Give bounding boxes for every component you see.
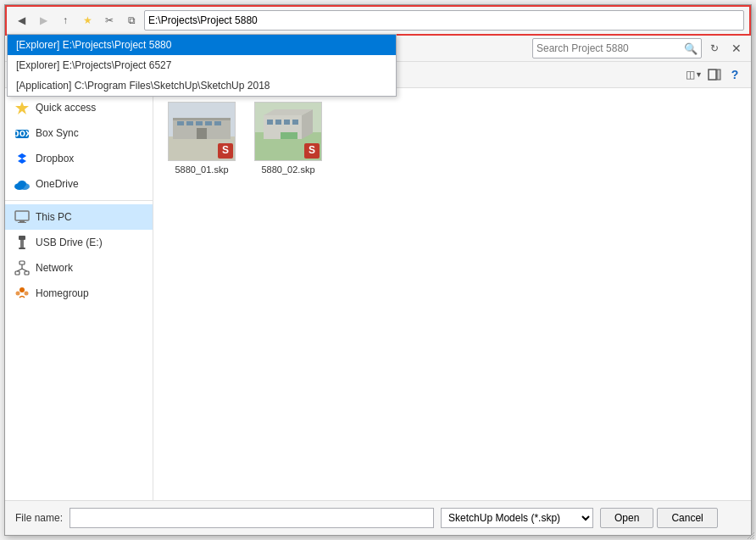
skp-badge-1: S [218,143,233,159]
svg-rect-10 [15,211,29,220]
svg-rect-31 [186,121,193,125]
file-label-2: 5880_02.skp [262,164,315,175]
close-button[interactable]: ✕ [727,39,746,58]
sidebar-item-quick-access[interactable]: Quick access [5,95,153,120]
address-bar: ◀ ▶ ↑ ★ ✂ ⧉ [Explorer] E:\Projects\Proje… [5,5,751,36]
search-input[interactable] [536,42,684,54]
sidebar-item-homegroup[interactable]: Homegroup [5,281,153,306]
preview-pane-button[interactable] [705,65,724,84]
star-icon: ★ [83,14,92,26]
svg-point-23 [16,292,20,296]
open-button[interactable]: Open [600,508,653,528]
back-icon: ◀ [18,14,25,26]
svg-marker-6 [18,153,26,159]
svg-rect-33 [205,121,212,125]
refresh-button[interactable]: ↻ [705,39,724,58]
copy-button[interactable]: ⧉ [122,11,141,30]
svg-rect-48 [281,132,297,139]
file-name-input[interactable] [69,508,434,528]
svg-rect-44 [267,120,273,125]
sidebar-item-dropbox[interactable]: Dropbox [5,146,153,171]
dropdown-item-3[interactable]: [Application] C:\Program Files\SketchUp\… [8,75,396,96]
cut-button[interactable]: ✂ [100,11,119,30]
svg-point-24 [25,292,29,296]
file-item-1[interactable]: S 5880_01.skp [164,98,240,178]
search-bar[interactable]: 🔍 [532,38,702,58]
thumbnails-icon: ◫ [686,69,695,81]
resize-handle[interactable] [746,530,754,538]
sidebar-label-this-pc: This PC [36,211,72,223]
forward-icon: ▶ [40,14,47,26]
svg-rect-12 [18,222,26,223]
sidebar-label-quick-access: Quick access [36,102,96,114]
sidebar-item-network[interactable]: Network [5,255,153,281]
svg-rect-11 [19,220,25,222]
view-chevron: ▼ [695,70,703,79]
up-button[interactable]: ↑ [56,11,75,30]
sidebar-label-onedrive: OneDrive [36,178,79,190]
sidebar-divider [5,200,153,201]
up-icon: ↑ [63,14,68,26]
back-button[interactable]: ◀ [12,11,31,30]
sidebar-label-dropbox: Dropbox [36,153,74,164]
svg-rect-45 [275,120,281,125]
svg-rect-15 [19,248,25,249]
svg-point-22 [19,287,25,292]
save-locations-button[interactable]: ★ [78,11,97,30]
svg-rect-47 [292,120,298,125]
file-item-2[interactable]: S 5880_02.skp [250,98,326,178]
svg-rect-1 [717,70,720,80]
svg-rect-46 [284,120,290,125]
quick-access-icon [14,99,31,116]
sidebar-item-this-pc[interactable]: This PC [5,204,153,230]
svg-marker-2 [15,102,29,114]
network-icon [14,259,31,276]
sidebar-label-network: Network [36,262,73,274]
dropdown-item-1[interactable]: [Explorer] E:\Projects\Project 5880 [8,35,396,55]
address-input-container[interactable] [144,10,744,31]
svg-line-53 [753,537,754,539]
onedrive-icon [14,175,31,192]
svg-rect-17 [15,271,19,275]
svg-rect-18 [25,271,29,275]
file-type-select[interactable]: SketchUp Models (*.skp) [441,508,593,528]
svg-rect-32 [196,121,203,125]
box-sync-icon: box [14,125,31,142]
svg-line-20 [17,269,22,271]
sidebar-item-box-sync[interactable]: box Box Sync [5,120,153,146]
file-thumbnail-1: S [168,102,236,161]
forward-button[interactable]: ▶ [34,11,53,30]
sidebar-label-usb-drive: USB Drive (E:) [36,237,103,248]
dropbox-icon [14,150,31,167]
svg-rect-0 [709,70,716,80]
svg-text:box: box [14,127,30,139]
address-input[interactable] [148,14,740,26]
file-area: S 5880_01.skp [153,88,751,500]
bottom-bar: File name: SketchUp Models (*.skp) Open … [5,500,751,535]
svg-text:S: S [222,145,229,156]
sidebar: Quick access box Box Sync [5,88,153,500]
help-button[interactable]: ? [725,65,744,84]
svg-rect-30 [177,121,184,125]
svg-rect-35 [197,128,207,139]
cancel-button[interactable]: Cancel [657,508,717,528]
svg-point-9 [18,181,26,187]
scissors-icon: ✂ [105,14,114,26]
homegroup-icon [14,285,31,302]
preview-pane-icon [708,68,721,81]
copy-icon: ⧉ [128,14,136,26]
this-pc-icon [14,209,31,225]
sidebar-item-onedrive[interactable]: OneDrive [5,171,153,197]
skp-badge-2: S [304,143,320,159]
svg-rect-16 [19,261,25,264]
file-thumbnail-2: S [254,102,322,161]
view-thumbnails-button[interactable]: ◫ ▼ [685,65,703,84]
dropdown-item-2[interactable]: [Explorer] E:\Projects\Project 6527 [8,55,396,75]
sidebar-label-homegroup: Homegroup [36,287,89,299]
usb-icon [14,234,31,251]
sidebar-item-usb-drive[interactable]: USB Drive (E:) [5,230,153,255]
file-open-dialog: ◀ ▶ ↑ ★ ✂ ⧉ [Explorer] E:\Projects\Proje… [4,4,752,536]
sidebar-label-box-sync: Box Sync [36,127,79,139]
action-buttons: Open Cancel [600,508,718,528]
svg-text:S: S [309,145,315,156]
